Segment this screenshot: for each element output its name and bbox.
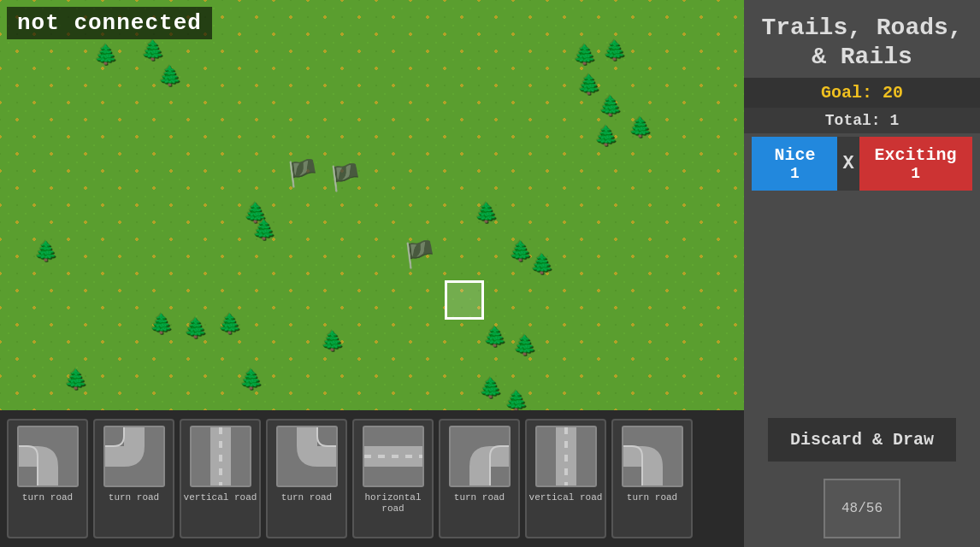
tree: 🌲: [158, 68, 181, 87]
map-canvas[interactable]: 🌲🌲🌲🌲🌲🌲🌲🌲🌲🌲🌲🌲🌲🌲🌲🌲🌲🌲🌲🌲🌲🌲🌲🌲🌲 🏴🏴🏴 not connec…: [0, 0, 744, 410]
card-label: turn road: [109, 492, 159, 503]
card-label: turn road: [281, 492, 332, 503]
card-image: [103, 426, 165, 487]
tree: 🌲: [475, 205, 498, 224]
game-area: 🌲🌲🌲🌲🌲🌲🌲🌲🌲🌲🌲🌲🌲🌲🌲🌲🌲🌲🌲🌲🌲🌲🌲🌲🌲 🏴🏴🏴 not connec…: [0, 0, 744, 547]
tree: 🌲: [594, 128, 617, 147]
x-separator: X: [837, 137, 859, 191]
cards-container: turn roadturn roadvertical roadturn road…: [7, 419, 693, 538]
svg-rect-5: [219, 441, 222, 448]
tree: 🌲: [150, 316, 173, 335]
card-image: [17, 426, 79, 487]
svg-rect-24: [564, 482, 568, 485]
card-item[interactable]: turn road: [93, 419, 174, 538]
tree: 🌲: [629, 120, 652, 138]
discard-draw-button[interactable]: Discard & Draw: [768, 418, 957, 462]
card-item[interactable]: horizontal road: [352, 419, 434, 538]
svg-rect-8: [219, 482, 222, 485]
svg-rect-13: [378, 455, 385, 458]
scoring-row: Nice 1 X Exciting 1: [744, 137, 980, 191]
deck-counter: 48/56: [824, 479, 900, 538]
card-tray: turn roadturn roadvertical roadturn road…: [0, 410, 744, 547]
svg-rect-14: [392, 455, 398, 458]
exciting-value: 1: [911, 165, 920, 182]
svg-rect-15: [405, 455, 412, 458]
svg-rect-22: [564, 455, 568, 462]
goal-bar: Goal: 20: [744, 78, 980, 108]
goal-text: Goal: 20: [821, 83, 903, 103]
tree: 🌲: [141, 43, 164, 62]
card-item[interactable]: vertical road: [525, 419, 606, 538]
card-image: [449, 426, 511, 487]
game-title: Trails, Roads, & Rails: [744, 0, 980, 78]
nice-score-box: Nice 1: [752, 137, 837, 191]
tree: 🌲: [184, 321, 207, 339]
tree: 🌲: [505, 393, 528, 410]
card-label: turn road: [627, 492, 677, 503]
tree: 🌲: [509, 244, 532, 262]
tree: 🌲: [64, 372, 87, 391]
tree: 🌲: [577, 77, 600, 96]
card-image: [190, 426, 251, 487]
tree: 🌲: [603, 43, 626, 62]
card-label: turn road: [454, 492, 505, 503]
tree: 🌲: [94, 47, 117, 66]
svg-rect-21: [564, 441, 568, 448]
exciting-label: Exciting: [875, 145, 957, 165]
nice-label: Nice: [774, 145, 815, 165]
svg-rect-16: [419, 455, 422, 458]
tree: 🌲: [321, 333, 344, 352]
tree: 🌲: [479, 380, 502, 399]
card-image: [535, 426, 597, 487]
flag: 🏴: [286, 158, 318, 190]
svg-rect-6: [219, 455, 222, 462]
tree: 🌲: [573, 47, 596, 66]
tree: 🌲: [530, 256, 553, 275]
deck-count-text: 48/56: [841, 501, 883, 516]
flag: 🏴: [329, 162, 361, 194]
svg-rect-7: [219, 468, 222, 475]
card-item[interactable]: turn road: [439, 419, 520, 538]
card-item[interactable]: turn road: [7, 419, 88, 538]
total-text: Total: 1: [825, 112, 899, 129]
card-label: vertical road: [529, 492, 603, 503]
flag: 🏴: [404, 239, 435, 271]
svg-rect-20: [564, 427, 568, 434]
tree: 🌲: [239, 372, 263, 391]
card-image: [276, 426, 338, 487]
right-panel: Trails, Roads, & Rails Goal: 20 Total: 1…: [744, 0, 980, 547]
tree: 🌲: [218, 316, 241, 335]
tree: 🌲: [513, 338, 536, 356]
card-image: [622, 426, 683, 487]
svg-rect-12: [364, 455, 371, 458]
card-label: vertical road: [184, 492, 257, 503]
tree: 🌲: [483, 329, 506, 348]
card-label: horizontal road: [354, 492, 432, 515]
card-item[interactable]: vertical road: [180, 419, 261, 538]
exciting-score-box: Exciting 1: [859, 137, 972, 191]
nice-value: 1: [790, 165, 800, 182]
cursor-selection-box: [445, 280, 484, 320]
svg-rect-4: [219, 427, 222, 434]
card-item[interactable]: turn road: [611, 419, 693, 538]
card-item[interactable]: turn road: [266, 419, 347, 538]
card-label: turn road: [22, 492, 73, 503]
svg-rect-23: [564, 468, 568, 475]
not-connected-label: not connected: [7, 7, 212, 39]
tree: 🌲: [599, 98, 622, 117]
tree: 🌲: [252, 222, 275, 241]
total-bar: Total: 1: [744, 108, 980, 133]
tree: 🌲: [34, 244, 57, 262]
card-image: [363, 426, 424, 487]
